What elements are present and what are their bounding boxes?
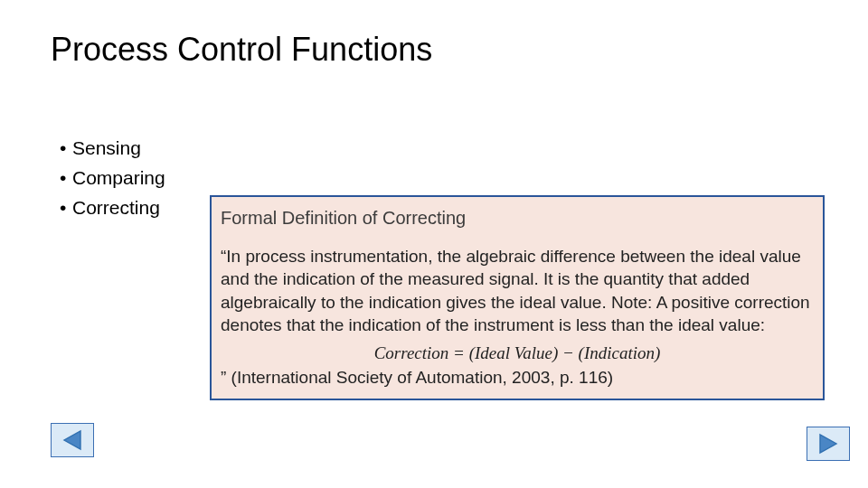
bullet-item: •Sensing bbox=[60, 134, 165, 162]
definition-heading: Formal Definition of Correcting bbox=[221, 208, 814, 229]
prev-button[interactable] bbox=[51, 423, 94, 457]
bullet-item: •Correcting bbox=[60, 193, 165, 221]
definition-citation: ” (International Society of Automation, … bbox=[221, 366, 814, 389]
bullet-list: •Sensing •Comparing •Correcting bbox=[60, 134, 165, 223]
bullet-dot-icon: • bbox=[60, 164, 72, 192]
definition-text: In process instrumentation, the algebrai… bbox=[221, 247, 810, 334]
slide: Process Control Functions •Sensing •Comp… bbox=[0, 0, 868, 488]
bullet-item: •Comparing bbox=[60, 164, 165, 192]
definition-box: Formal Definition of Correcting “In proc… bbox=[210, 195, 825, 400]
triangle-left-icon bbox=[61, 429, 84, 451]
bullet-label: Comparing bbox=[72, 167, 165, 188]
svg-marker-1 bbox=[820, 435, 836, 453]
next-button[interactable] bbox=[807, 427, 850, 461]
definition-formula: Correction = (Ideal Value) − (Indication… bbox=[221, 342, 814, 364]
svg-marker-0 bbox=[64, 431, 80, 449]
bullet-dot-icon: • bbox=[60, 134, 72, 162]
bullet-label: Correcting bbox=[72, 197, 160, 218]
bullet-dot-icon: • bbox=[60, 193, 72, 221]
triangle-right-icon bbox=[816, 433, 840, 455]
definition-body: “In process instrumentation, the algebra… bbox=[221, 245, 814, 389]
bullet-label: Sensing bbox=[72, 137, 141, 158]
slide-title: Process Control Functions bbox=[51, 31, 432, 69]
